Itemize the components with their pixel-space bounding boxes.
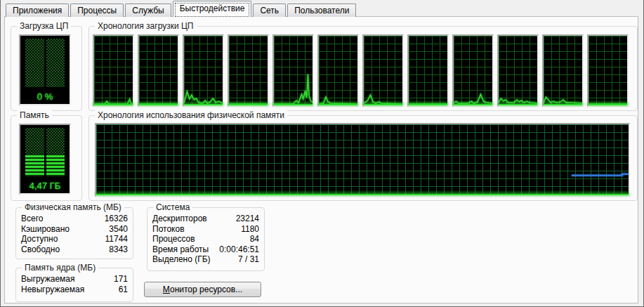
- cpu-gauge-columns: [25, 39, 65, 87]
- stat-row: Невыгружаемая61: [21, 285, 128, 295]
- graph-grid: [544, 36, 582, 105]
- cpu-core-graph: [497, 34, 539, 107]
- stat-label: Доступно: [21, 234, 58, 244]
- stat-label: Невыгружаемая: [21, 285, 84, 295]
- graph-grid: [454, 36, 492, 105]
- cpu-core-graph: [407, 34, 449, 107]
- stat-row: Процессов84: [152, 234, 259, 244]
- cpu-core-graph: [138, 34, 179, 107]
- stat-row: Дескрипторов23214: [152, 214, 259, 224]
- system-group-title: Система: [153, 202, 192, 212]
- tab-network[interactable]: Сеть: [253, 4, 286, 17]
- graph-grid: [364, 36, 402, 105]
- stat-value: 61: [119, 285, 128, 295]
- kernel-memory-group: Память ядра (МБ) Выгружаемая171Невыгружа…: [15, 268, 133, 302]
- cpu-history-group-title: Хронология загрузки ЦП: [95, 21, 197, 31]
- tab-users[interactable]: Пользователи: [287, 4, 356, 17]
- stat-value: 11744: [105, 234, 128, 244]
- memory-group: Память 4,47 ГБ: [11, 115, 82, 201]
- memory-history-group: Хронология использования физической памя…: [88, 115, 638, 201]
- cpu-core-graph: [272, 34, 314, 107]
- stat-value: 171: [114, 274, 128, 285]
- physical-memory-rows: Всего16326Кэшировано3540Доступно11744Сво…: [21, 214, 128, 254]
- stat-row: Время работы0:00:46:51: [152, 244, 259, 255]
- stat-label: Выгружаемая: [21, 274, 74, 285]
- kernel-memory-rows: Выгружаемая171Невыгружаемая61: [21, 274, 128, 294]
- tab-performance[interactable]: Быстродействие: [173, 1, 252, 17]
- physical-memory-group-title: Физическая память (МБ): [22, 202, 124, 212]
- cpu-core-graph: [452, 34, 494, 107]
- cpu-core-graph: [93, 34, 134, 107]
- memory-gauge-columns: [25, 128, 65, 176]
- stat-value: 84: [250, 234, 259, 244]
- cpu-core-graph: [587, 34, 629, 107]
- tab-processes[interactable]: Процессы: [70, 4, 124, 17]
- graph-grid: [139, 36, 178, 105]
- stat-row: Выделено (ГБ)7 / 31: [152, 254, 259, 265]
- stat-value: 16326: [105, 214, 128, 224]
- tab-label: Процессы: [77, 6, 117, 15]
- cpu-history-group: Хронология загрузки ЦП: [88, 26, 638, 111]
- memory-usage-value: 4,47 ГБ: [20, 181, 70, 191]
- cpu-core-graph: [362, 34, 404, 107]
- tab-label: Быстродействие: [180, 4, 245, 13]
- tab-services[interactable]: Службы: [125, 4, 171, 17]
- button-mnemonic: М: [163, 285, 170, 294]
- stat-value: 3540: [109, 224, 128, 235]
- cpu-core-graph: [183, 34, 224, 107]
- cpu-usage-group-title: Загрузка ЦП: [17, 21, 71, 31]
- graph-grid: [274, 36, 313, 105]
- graph-grid: [184, 36, 223, 105]
- button-label: онитор ресурсов...: [170, 285, 242, 294]
- stat-row: Выгружаемая171: [21, 274, 128, 285]
- stat-value: 1180: [241, 224, 259, 235]
- graph-grid: [409, 36, 447, 105]
- system-rows: Дескрипторов23214Потоков1180Процессов84В…: [152, 214, 259, 265]
- stat-row: Кэшировано3540: [21, 224, 128, 235]
- graph-grid: [589, 36, 627, 105]
- stat-label: Кэшировано: [21, 224, 70, 235]
- cpu-core-graph: [542, 34, 584, 107]
- tab-bar: ПриложенияПроцессыСлужбыБыстродействиеСе…: [6, 1, 357, 17]
- stat-label: Выделено (ГБ): [152, 254, 211, 265]
- memory-graph-grid: [96, 124, 629, 195]
- memory-gauge-fill: [46, 155, 65, 176]
- stat-value: 0:00:46:51: [219, 244, 259, 255]
- stat-label: Свободно: [21, 244, 60, 255]
- tab-label: Службы: [132, 6, 164, 15]
- cpu-gauge-dither: [46, 39, 65, 87]
- stat-label: Дескрипторов: [152, 214, 207, 224]
- graph-grid: [499, 36, 537, 105]
- stat-row: Потоков1180: [152, 224, 259, 235]
- kernel-memory-group-title: Память ядра (МБ): [22, 263, 98, 273]
- memory-gauge-fill: [25, 155, 44, 176]
- performance-tab-page: Загрузка ЦП 0 % Хронология загрузки ЦП П…: [4, 16, 638, 303]
- memory-history-graph: [95, 123, 630, 197]
- stat-row: Свободно8343: [21, 244, 128, 255]
- cpu-usage-gauge: 0 %: [19, 34, 71, 105]
- stat-label: Время работы: [152, 244, 209, 255]
- system-group: Система Дескрипторов23214Потоков1180Проц…: [147, 207, 265, 271]
- cpu-usage-value: 0 %: [20, 91, 70, 102]
- cpu-gauge-dither: [25, 39, 44, 87]
- tab-label: Пользователи: [294, 6, 349, 15]
- graph-grid: [229, 36, 268, 105]
- memory-group-title: Память: [17, 110, 52, 120]
- stat-label: Потоков: [152, 224, 185, 235]
- cpu-history-graphs: [93, 34, 629, 107]
- stat-value: 7 / 31: [238, 254, 259, 265]
- resource-monitor-button[interactable]: Монитор ресурсов...: [144, 282, 261, 297]
- cpu-core-graph: [317, 34, 359, 107]
- memory-gauge: 4,47 ГБ: [19, 124, 71, 195]
- stat-row: Доступно11744: [21, 234, 128, 244]
- physical-memory-group: Физическая память (МБ) Всего16326Кэширов…: [15, 207, 133, 259]
- memory-history-group-title: Хронология использования физической памя…: [95, 110, 287, 120]
- stat-value: 23214: [236, 214, 259, 224]
- cpu-usage-group: Загрузка ЦП 0 %: [11, 26, 82, 111]
- graph-grid: [319, 36, 357, 105]
- tab-applications[interactable]: Приложения: [6, 4, 69, 17]
- graph-grid: [94, 36, 133, 105]
- tab-label: Сеть: [260, 6, 279, 15]
- memory-gauge-dither: [46, 128, 65, 155]
- tab-label: Приложения: [13, 6, 62, 15]
